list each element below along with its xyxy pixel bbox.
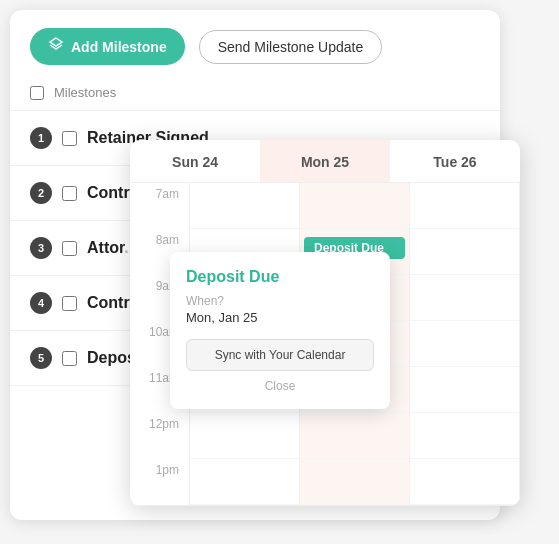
- toolbar: Add Milestone Send Milestone Update: [10, 10, 500, 79]
- milestone-number: 5: [30, 347, 52, 369]
- time-slot-12pm: 12pm: [130, 413, 190, 459]
- time-slot-1pm: 1pm: [130, 459, 190, 505]
- day-cell: [300, 183, 409, 229]
- day-cell: [190, 459, 299, 505]
- time-slot-7am: 7am: [130, 183, 190, 229]
- milestone-4-checkbox[interactable]: [62, 296, 77, 311]
- day-cell: [410, 229, 519, 275]
- calendar-day-tue: Tue 26: [390, 140, 520, 182]
- day-cell: [410, 183, 519, 229]
- event-when-label: When?: [186, 294, 374, 308]
- add-milestone-label: Add Milestone: [71, 39, 167, 55]
- day-cell: [410, 275, 519, 321]
- sync-calendar-button[interactable]: Sync with Your Calendar: [186, 339, 374, 371]
- calendar-col-tue: [410, 183, 520, 505]
- event-date: Mon, Jan 25: [186, 310, 374, 325]
- event-detail-title: Deposit Due: [186, 268, 374, 286]
- event-detail-popup: Deposit Due When? Mon, Jan 25 Sync with …: [170, 252, 390, 409]
- send-update-label: Send Milestone Update: [218, 39, 364, 55]
- milestone-number: 4: [30, 292, 52, 314]
- day-cell: [410, 459, 519, 505]
- day-cell: [190, 183, 299, 229]
- calendar-day-mon: Mon 25: [260, 140, 390, 182]
- milestone-number: 2: [30, 182, 52, 204]
- close-popup-link[interactable]: Close: [186, 379, 374, 393]
- calendar-header: Sun 24 Mon 25 Tue 26: [130, 140, 520, 183]
- select-all-checkbox[interactable]: [30, 86, 44, 100]
- day-cell: [410, 367, 519, 413]
- milestones-column-header: Milestones: [54, 85, 116, 100]
- day-cell: [410, 413, 519, 459]
- send-milestone-update-button[interactable]: Send Milestone Update: [199, 30, 383, 64]
- day-cell: [300, 413, 409, 459]
- layers-icon: [48, 37, 64, 56]
- add-milestone-button[interactable]: Add Milestone: [30, 28, 185, 65]
- milestone-1-checkbox[interactable]: [62, 131, 77, 146]
- day-cell: [300, 459, 409, 505]
- milestones-header: Milestones: [10, 79, 500, 111]
- milestone-5-checkbox[interactable]: [62, 351, 77, 366]
- milestone-3-checkbox[interactable]: [62, 241, 77, 256]
- calendar-day-sun: Sun 24: [130, 140, 260, 182]
- milestone-number: 1: [30, 127, 52, 149]
- day-cell: [190, 413, 299, 459]
- milestone-number: 3: [30, 237, 52, 259]
- day-cell: [410, 321, 519, 367]
- milestone-2-checkbox[interactable]: [62, 186, 77, 201]
